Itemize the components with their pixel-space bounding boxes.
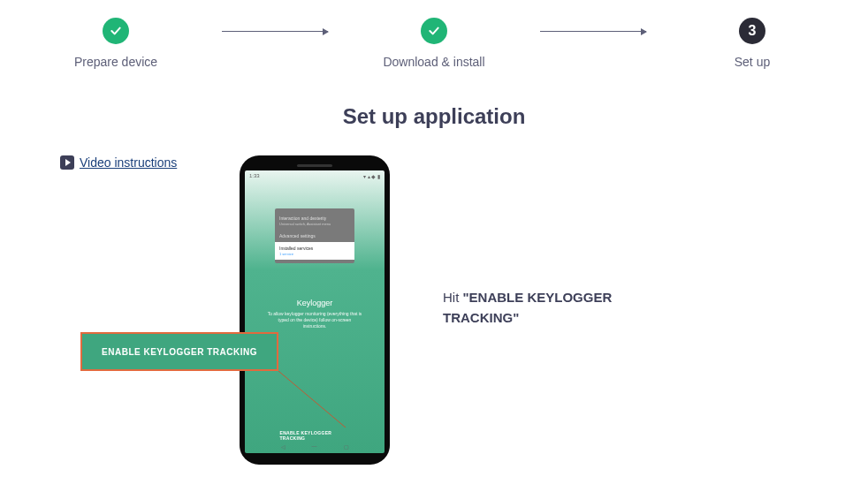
arrow-icon	[222, 31, 328, 32]
check-icon	[421, 18, 447, 44]
step-label: Set up	[735, 55, 770, 69]
video-link-text: Video instructions	[80, 155, 177, 170]
arrow-icon	[540, 31, 646, 32]
enable-keylogger-callout[interactable]: ENABLE KEYLOGGER TRACKING	[80, 332, 278, 371]
step-label: Download & install	[383, 55, 484, 69]
keylogger-text: Keylogger To allow keylogger monitoring …	[245, 299, 385, 329]
settings-row: Advanced settings	[275, 230, 354, 243]
play-icon	[60, 155, 74, 170]
settings-row-title: Advanced settings	[279, 233, 350, 239]
main-content: Video instructions 1:33 ▾ ▴ ◆ ▮ Interact…	[0, 155, 868, 465]
step-setup: 3 Set up	[699, 18, 805, 69]
step-prepare: Prepare device	[63, 18, 169, 69]
status-icons: ▾ ▴ ◆ ▮	[363, 173, 380, 179]
settings-row-sub: Universal switch, Assistant menu	[279, 222, 350, 226]
page-title: Set up application	[0, 104, 868, 129]
phone-mockup: 1:33 ▾ ▴ ◆ ▮ Interaction and dexterity U…	[240, 155, 390, 465]
step-download: Download & install	[381, 18, 487, 69]
keylogger-title: Keylogger	[245, 299, 385, 307]
status-time: 1:33	[249, 173, 260, 179]
phone-screen: 1:33 ▾ ▴ ◆ ▮ Interaction and dexterity U…	[245, 170, 385, 453]
phone-speaker	[297, 164, 332, 167]
step-number-icon: 3	[739, 18, 765, 44]
phone-navbar: ◁ ― ▢	[281, 443, 349, 450]
instruction-prefix: Hit	[443, 290, 463, 305]
nav-recent-icon: ▢	[344, 443, 349, 450]
check-icon	[103, 18, 129, 44]
nav-home-icon: ―	[312, 443, 317, 450]
nav-back-icon: ◁	[281, 443, 286, 450]
phone-statusbar: 1:33 ▾ ▴ ◆ ▮	[245, 170, 385, 182]
phone-frame: 1:33 ▾ ▴ ◆ ▮ Interaction and dexterity U…	[240, 155, 390, 465]
step-label: Prepare device	[74, 55, 157, 69]
enable-tracking-small: ENABLE KEYLOGGER TRACKING	[280, 430, 350, 441]
settings-panel: Interaction and dexterity Universal swit…	[275, 208, 354, 263]
instruction-text: Hit "ENABLE KEYLOGGER TRACKING"	[443, 288, 637, 328]
stepper: Prepare device Download & install 3 Set …	[0, 0, 868, 69]
video-instructions-link[interactable]: Video instructions	[60, 155, 177, 170]
settings-row: Interaction and dexterity Universal swit…	[275, 212, 354, 230]
keylogger-desc: To allow keylogger monitoring (everythin…	[266, 311, 363, 329]
settings-row-highlight: Installed services 1 service	[275, 242, 354, 260]
instruction-bold: "ENABLE KEYLOGGER TRACKING"	[443, 290, 612, 325]
settings-row-sub: 1 service	[279, 252, 350, 256]
